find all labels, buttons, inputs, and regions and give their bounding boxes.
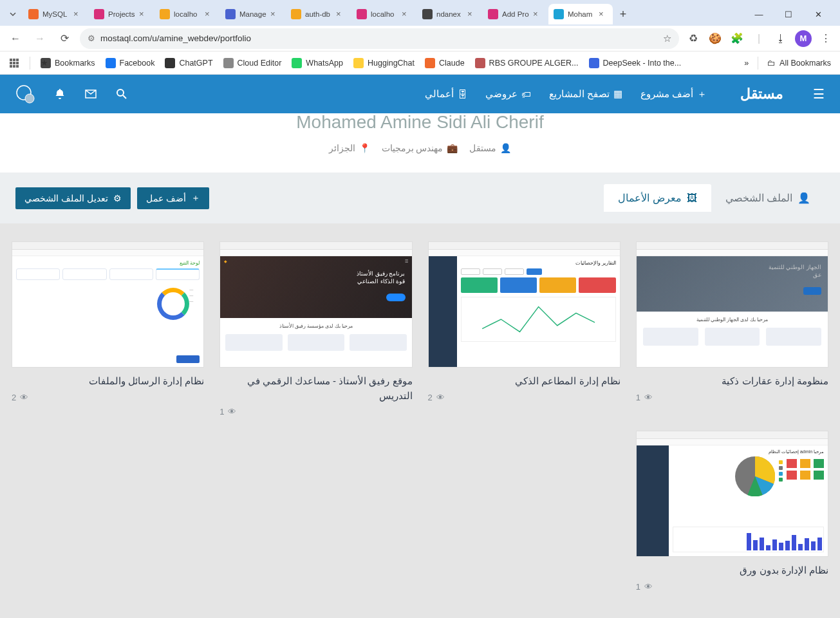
eye-icon: 👁 <box>644 393 653 402</box>
browser-tab[interactable]: Manage× <box>220 4 285 24</box>
eye-icon: 👁 <box>20 393 28 402</box>
bookmark-item[interactable]: HuggingChat <box>353 58 415 68</box>
site-info-icon[interactable]: ⚙ <box>88 33 95 43</box>
svg-rect-7 <box>13 65 15 68</box>
portfolio-title[interactable]: موقع رفيق الأستاذ - مساعدك الرقمي في الت… <box>219 374 412 403</box>
bookmark-item[interactable]: WhatsApp <box>292 58 343 68</box>
bookmark-favicon <box>353 58 364 68</box>
browser-tab[interactable]: Moham× <box>548 4 613 24</box>
svg-rect-5 <box>16 62 19 64</box>
url-bar[interactable]: ⚙ mostaql.com/u/amine_webdev/portfolio ☆ <box>80 28 679 49</box>
close-icon[interactable]: × <box>467 10 476 19</box>
portfolio-thumb[interactable]: ☰◆ برنامج رفيق الأستاذقوة الذكاء الصناعي… <box>219 241 412 368</box>
close-icon[interactable]: × <box>599 10 608 19</box>
brand-logo[interactable]: مستقل <box>740 86 783 102</box>
briefcase-icon: 💼 <box>447 143 458 153</box>
nav-add-project[interactable]: أضف مشروع ＋ <box>640 88 707 100</box>
nav-back[interactable]: ← <box>6 30 24 48</box>
portfolio-thumb[interactable]: التقارير والإحصائيات <box>428 241 621 368</box>
tab-personal[interactable]: الملف الشخصي 👤 <box>711 184 825 212</box>
apps-icon[interactable] <box>9 58 19 68</box>
add-work-button[interactable]: أضف عمل ＋ <box>137 187 209 209</box>
close-icon[interactable]: × <box>336 10 345 19</box>
tabs-dropdown[interactable] <box>4 5 22 23</box>
portfolio-thumb[interactable]: مرحبا admin إحصائيات النظام <box>636 431 828 557</box>
eye-icon: 👁 <box>436 393 445 402</box>
profile-avatar[interactable]: M <box>795 30 812 47</box>
profile-header: Mohamed Amine Sidi Ali Cherif الجزائر📍 م… <box>0 113 840 173</box>
profile-role: مهندس برمجيات💼 <box>382 143 458 153</box>
envelope-icon[interactable] <box>85 88 97 100</box>
tab-portfolio[interactable]: معرض الأعمال 🖼 <box>604 184 711 212</box>
portfolio-views: 2👁 <box>428 393 621 402</box>
eye-icon: 👁 <box>644 582 653 592</box>
close-icon[interactable]: × <box>533 10 542 19</box>
portfolio-title[interactable]: نظام إدارة المطاعم الذكي <box>428 374 621 389</box>
browser-tab[interactable]: Add Pro× <box>483 4 547 24</box>
portfolio-title[interactable]: منظومة إدارة عقارات ذكية <box>636 374 828 389</box>
bookmark-item[interactable]: ★Bookmarks <box>41 58 95 68</box>
close-icon[interactable]: × <box>139 10 148 19</box>
profile-status: مستقل👤 <box>469 143 511 153</box>
tabs-actions-row: تعديل الملف الشخصي ⚙ أضف عمل ＋ معرض الأع… <box>0 173 840 223</box>
window-close[interactable]: ✕ <box>807 5 830 23</box>
portfolio-gallery: الجهاز الوطني للتنميةعق مرحبا بك لدى الج… <box>0 223 840 610</box>
extensions-recycle-icon[interactable]: ♻ <box>686 31 701 46</box>
downloads-icon[interactable]: ⭳ <box>773 31 789 46</box>
bookmark-item[interactable]: RBS GROUPE ALGER... <box>475 58 579 68</box>
window-minimize[interactable]: — <box>747 5 770 23</box>
tag-icon: 🏷 <box>521 89 531 100</box>
bookmarks-overflow[interactable]: » <box>744 59 749 68</box>
bookmark-item[interactable]: Facebook <box>106 58 155 68</box>
portfolio-views: 1👁 <box>636 582 828 592</box>
svg-point-11 <box>117 89 124 96</box>
window-maximize[interactable]: ☐ <box>777 5 800 23</box>
close-icon[interactable]: × <box>270 10 279 19</box>
extensions-puzzle-icon[interactable]: 🧩 <box>729 31 745 46</box>
nav-forward[interactable]: → <box>31 30 49 48</box>
portfolio-thumb[interactable]: الجهاز الوطني للتنميةعق مرحبا بك لدى الج… <box>636 241 828 368</box>
bookmark-item[interactable]: ChatGPT <box>165 58 212 68</box>
browser-tab[interactable]: MySQL× <box>23 4 88 24</box>
nav-browse-projects[interactable]: تصفح المشاريع ▦ <box>549 88 622 100</box>
nav-my-offers[interactable]: عروضي 🏷 <box>485 88 531 100</box>
portfolio-card: الجهاز الوطني للتنميةعق مرحبا بك لدى الج… <box>636 241 828 417</box>
browser-tab[interactable]: ndanex× <box>417 4 481 24</box>
tabs-row: MySQL×Projects×localho×Manage×auth-db×lo… <box>0 0 840 26</box>
portfolio-title[interactable]: نظام الإدارة بدون ورق <box>636 563 828 578</box>
new-tab-button[interactable]: + <box>614 5 632 23</box>
browser-tab[interactable]: localho× <box>154 4 219 24</box>
bookmark-item[interactable]: DeepSeek - Into the... <box>589 58 682 68</box>
nav-reload[interactable]: ⟳ <box>55 30 73 48</box>
bookmark-item[interactable]: Cloud Editor <box>223 58 282 68</box>
svg-rect-2 <box>16 59 19 61</box>
extension-cookie-icon[interactable]: 🍪 <box>707 31 723 46</box>
menu-burger-icon[interactable]: ☰ <box>813 86 825 102</box>
bookmark-item[interactable]: Claude <box>425 58 465 68</box>
svg-rect-0 <box>10 59 12 61</box>
tab-favicon <box>291 9 301 19</box>
bookmark-star-icon[interactable]: ☆ <box>663 33 671 44</box>
close-icon[interactable]: × <box>205 10 214 19</box>
all-bookmarks[interactable]: 🗀 All Bookmarks <box>767 59 831 68</box>
nav-my-work[interactable]: أعمالي 🗄 <box>425 88 467 100</box>
portfolio-thumb[interactable]: لوحة التتبع ——— <box>12 241 204 368</box>
search-icon[interactable] <box>116 88 127 100</box>
bookmark-favicon <box>223 58 234 68</box>
portfolio-title[interactable]: نظام إدارة الرسائل والملفات <box>12 374 204 389</box>
bookmark-favicon <box>106 58 116 68</box>
globe-user-icon[interactable] <box>15 84 35 104</box>
tab-favicon <box>554 9 564 19</box>
profile-location: الجزائر📍 <box>329 143 370 153</box>
close-icon[interactable]: × <box>402 10 411 19</box>
browser-tab[interactable]: Projects× <box>89 4 153 24</box>
svg-rect-4 <box>13 62 15 64</box>
browser-tab[interactable]: localho× <box>351 4 416 24</box>
bell-icon[interactable] <box>54 88 66 100</box>
close-icon[interactable]: × <box>73 10 82 19</box>
edit-profile-button[interactable]: تعديل الملف الشخصي ⚙ <box>15 187 131 209</box>
chrome-menu-icon[interactable]: ⋮ <box>818 31 834 46</box>
browser-tab[interactable]: auth-db× <box>286 4 350 24</box>
user-icon: 👤 <box>798 192 810 204</box>
bookmark-favicon <box>589 58 599 68</box>
